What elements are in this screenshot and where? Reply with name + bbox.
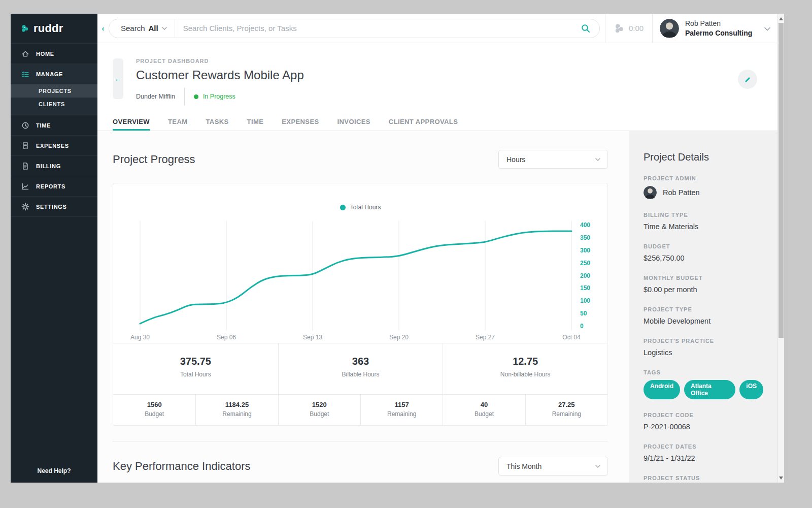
detail-label: PROJECT'S PRACTICE (644, 338, 763, 344)
app-window: ruddr HOME MANAGE PROJECTS CLIENTS (11, 14, 784, 483)
search-scope-dropdown[interactable]: Search All (109, 19, 175, 38)
timer-value: 0:00 (629, 24, 644, 33)
substat-label: Budget (443, 410, 525, 418)
kpi-period-select[interactable]: This Month (498, 457, 608, 475)
tag-ios[interactable]: iOS (739, 380, 763, 399)
detail-label: MONTHLY BUDGET (644, 275, 763, 281)
sidebar-item-label: CLIENTS (39, 101, 65, 107)
project-header: ← PROJECT DASHBOARD Customer Rewards Mob… (97, 43, 777, 114)
detail-project-status: PROJECT STATUS In Progress (644, 475, 763, 483)
status-badge: In Progress (203, 93, 235, 100)
detail-label: TAGS (644, 369, 763, 375)
sidebar-item-billing[interactable]: BILLING (11, 155, 97, 176)
total-hours-line-chart[interactable]: Aug 30Sep 06Sep 13Sep 20Sep 27Oct 040501… (113, 220, 607, 343)
tab-invoices[interactable]: INVOICES (337, 114, 370, 131)
tab-overview[interactable]: OVERVIEW (113, 114, 150, 131)
sidebar-item-manage[interactable]: MANAGE (11, 64, 97, 84)
detail-label: PROJECT TYPE (644, 306, 763, 312)
section-title-kpi: Key Performance Indicators (113, 460, 250, 473)
search-submit[interactable] (581, 24, 599, 33)
back-button[interactable]: ← (113, 58, 123, 99)
vertical-scrollbar[interactable] (777, 14, 784, 483)
avatar-photo (660, 19, 679, 38)
sidebar-item-projects[interactable]: PROJECTS (11, 84, 97, 98)
chart-legend: Total Hours (113, 183, 607, 211)
substat-value: 1520 (279, 401, 360, 408)
sidebar-item-clients[interactable]: CLIENTS (11, 98, 97, 111)
content: Project Progress Hours Total Hours Aug 3… (97, 131, 777, 483)
need-help-link[interactable]: Need Help? (11, 467, 97, 474)
brand-logo[interactable]: ruddr (11, 14, 97, 43)
pencil-icon (744, 76, 752, 83)
tab-expenses[interactable]: EXPENSES (282, 114, 319, 131)
admin-avatar (644, 186, 657, 199)
triangle-up-icon (779, 17, 783, 20)
stat-value: 363 (279, 356, 443, 367)
timer-widget[interactable]: 0:00 (605, 14, 652, 43)
home-icon (21, 50, 29, 58)
substat-billable-budget: 1520 Budget (278, 395, 360, 425)
invoice-icon (21, 162, 29, 170)
substat-total-remaining: 1184.25 Remaining (195, 395, 278, 425)
detail-project-type: PROJECT TYPE Mobile Development (644, 306, 763, 325)
sidebar-item-time[interactable]: TIME (11, 115, 97, 135)
detail-label: PROJECT CODE (644, 412, 763, 418)
section-title-progress: Project Progress (113, 153, 195, 166)
substat-label: Remaining (196, 410, 278, 418)
sidebar-item-expenses[interactable]: EXPENSES (11, 135, 97, 155)
sidebar-item-label: REPORTS (36, 183, 65, 189)
tab-tasks[interactable]: TASKS (206, 114, 228, 131)
sidebar-item-label: MANAGE (36, 71, 63, 77)
scrollbar-up-button[interactable] (778, 15, 784, 22)
tag-atlanta-office[interactable]: Atlanta Office (684, 380, 735, 399)
search-input[interactable] (175, 24, 581, 33)
substat-total-budget: 1560 Budget (113, 395, 195, 425)
stat-value: 12.75 (443, 356, 607, 367)
sidebar-item-settings[interactable]: SETTINGS (11, 196, 97, 216)
detail-value[interactable]: Rob Patten (663, 188, 700, 197)
kpi-period-value: This Month (506, 462, 542, 470)
detail-billing-type: BILLING TYPE Time & Materials (644, 212, 763, 231)
detail-value: $256,750.00 (644, 254, 763, 262)
tab-client-approvals[interactable]: CLIENT APPROVALS (389, 114, 458, 131)
user-menu[interactable]: Rob Patten Palermo Consulting (653, 14, 777, 43)
detail-practice: PROJECT'S PRACTICE Logistics (644, 338, 763, 357)
detail-label: BUDGET (644, 243, 763, 249)
timer-clover-icon (614, 23, 624, 34)
sidebar-item-reports[interactable]: REPORTS (11, 176, 97, 196)
svg-text:Sep 20: Sep 20 (389, 334, 409, 341)
progress-unit-select[interactable]: Hours (498, 150, 608, 169)
substat-label: Budget (279, 410, 360, 418)
ruddr-logo-icon (21, 24, 29, 33)
sidebar-item-label: EXPENSES (36, 143, 69, 149)
substat-value: 40 (443, 401, 525, 408)
search-icon (581, 24, 590, 33)
detail-value: Mobile Development (644, 317, 763, 325)
main-area: ‹ Search All (97, 14, 777, 483)
divider (184, 88, 185, 105)
edit-project-button[interactable] (738, 70, 757, 89)
detail-value: $0.00 per month (644, 285, 763, 294)
svg-text:300: 300 (580, 247, 590, 254)
dashboard-column: Project Progress Hours Total Hours Aug 3… (97, 131, 629, 483)
page-title: Customer Rewards Mobile App (136, 68, 304, 82)
detail-label: PROJECT DATES (644, 443, 763, 450)
user-name: Rob Patten (685, 19, 752, 28)
details-title: Project Details (644, 151, 763, 163)
gear-icon (21, 203, 29, 211)
manage-list-icon (21, 70, 29, 78)
tag-android[interactable]: Android (644, 380, 680, 399)
tab-team[interactable]: TEAM (168, 114, 187, 131)
client-name[interactable]: Dunder Mifflin (136, 93, 175, 100)
scrollbar-down-button[interactable] (778, 474, 784, 482)
sidebar-collapse-button[interactable]: ‹ (97, 24, 109, 33)
substat-billable-remaining: 1157 Remaining (360, 395, 443, 425)
detail-label: PROJECT STATUS (644, 475, 763, 481)
sidebar-item-home[interactable]: HOME (11, 43, 97, 64)
stat-label: Billable Hours (279, 371, 443, 378)
scrollbar-thumb[interactable] (779, 23, 784, 338)
user-org: Palermo Consulting (685, 28, 752, 38)
detail-monthly-budget: MONTHLY BUDGET $0.00 per month (644, 275, 763, 294)
tab-time[interactable]: TIME (247, 114, 264, 131)
detail-project-admin: PROJECT ADMIN Rob Patten (644, 175, 763, 199)
